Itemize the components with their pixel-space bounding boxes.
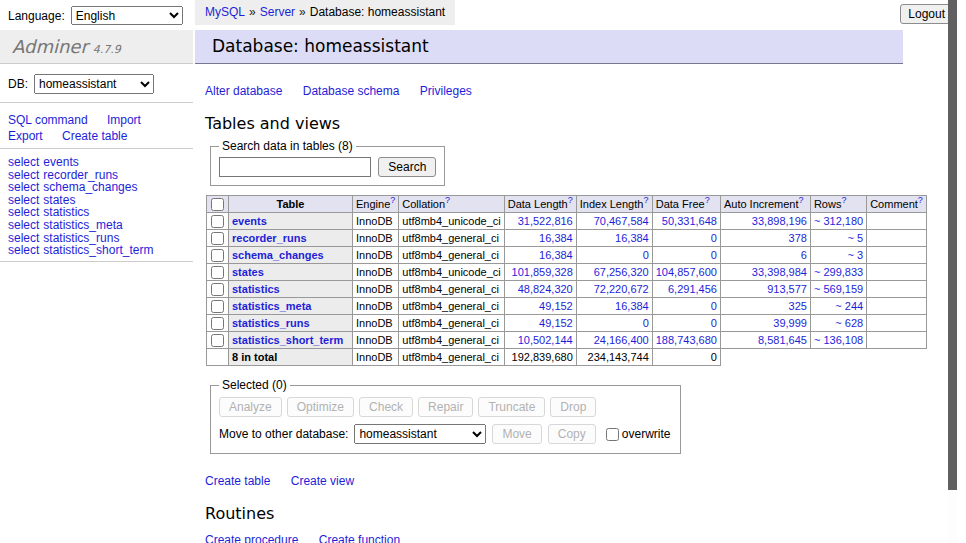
sidebar-table-name-link[interactable]: statistics_short_term <box>43 243 153 257</box>
breadcrumb-server-link[interactable]: Server <box>260 5 295 19</box>
data-length-link[interactable]: 101,859,328 <box>512 266 573 278</box>
drop-button[interactable]: Drop <box>550 397 596 417</box>
data-length-link[interactable]: 16,384 <box>539 232 573 244</box>
logout-button[interactable]: Logout <box>900 4 953 24</box>
rows-link[interactable]: ~ 136,108 <box>814 334 863 346</box>
optimize-button[interactable]: Optimize <box>287 397 354 417</box>
row-checkbox[interactable] <box>211 215 224 228</box>
data-free-link[interactable]: 0 <box>711 317 717 329</box>
table-name-link[interactable]: statistics_short_term <box>232 334 343 346</box>
rows-link[interactable]: ~ 244 <box>835 300 863 312</box>
index-length-link[interactable]: 67,256,320 <box>594 266 649 278</box>
search-button[interactable]: Search <box>378 157 436 177</box>
select-all-checkbox[interactable] <box>211 198 224 211</box>
truncate-button[interactable]: Truncate <box>478 397 545 417</box>
auto-increment-link[interactable]: 913,577 <box>767 283 807 295</box>
data-free-link[interactable]: 0 <box>711 232 717 244</box>
auto-increment-link[interactable]: 325 <box>789 300 807 312</box>
table-name-link[interactable]: events <box>232 215 267 227</box>
breadcrumb-mysql-link[interactable]: MySQL <box>205 5 245 19</box>
data-free-link[interactable]: 0 <box>711 300 717 312</box>
rows-link[interactable]: ~ 299,833 <box>814 266 863 278</box>
analyze-button[interactable]: Analyze <box>219 397 282 417</box>
help-icon[interactable]: ? <box>390 196 395 206</box>
auto-increment-link[interactable]: 378 <box>789 232 807 244</box>
export-link[interactable]: Export <box>8 129 43 143</box>
rows-link[interactable]: ~ 5 <box>848 232 864 244</box>
row-checkbox[interactable] <box>211 300 224 313</box>
help-icon[interactable]: ? <box>445 196 450 206</box>
rows-link[interactable]: ~ 628 <box>835 317 863 329</box>
row-checkbox[interactable] <box>211 266 224 279</box>
create-table-link[interactable]: Create table <box>205 474 270 488</box>
table-name-link[interactable]: statistics <box>232 283 280 295</box>
rows-link[interactable]: ~ 312,180 <box>814 215 863 227</box>
check-button[interactable]: Check <box>359 397 413 417</box>
index-length-link[interactable]: 0 <box>643 317 649 329</box>
help-icon[interactable]: ? <box>918 196 923 206</box>
row-select-cell <box>207 298 229 315</box>
select-table-link[interactable]: select <box>8 155 39 169</box>
select-table-link[interactable]: select <box>8 218 39 232</box>
create-table-link-sidebar[interactable]: Create table <box>62 129 127 143</box>
help-icon[interactable]: ? <box>568 196 573 206</box>
row-checkbox[interactable] <box>211 283 224 296</box>
auto-increment-link[interactable]: 8,581,645 <box>758 334 807 346</box>
table-name-link[interactable]: statistics_runs <box>232 317 310 329</box>
alter-database-link[interactable]: Alter database <box>205 84 282 98</box>
db-select[interactable]: homeassistant <box>34 74 154 94</box>
auto-increment-link[interactable]: 39,999 <box>773 317 807 329</box>
language-select[interactable]: English <box>71 6 183 25</box>
data-free-link[interactable]: 188,743,680 <box>656 334 717 346</box>
database-schema-link[interactable]: Database schema <box>303 84 400 98</box>
rows-link[interactable]: ~ 3 <box>848 249 864 261</box>
privileges-link[interactable]: Privileges <box>420 84 472 98</box>
select-table-link[interactable]: select <box>8 243 39 257</box>
data-length-link[interactable]: 16,384 <box>539 249 573 261</box>
auto-increment-link[interactable]: 6 <box>801 249 807 261</box>
overwrite-checkbox[interactable] <box>606 428 619 441</box>
help-icon[interactable]: ? <box>841 196 846 206</box>
scrollbar-thumb[interactable] <box>948 0 957 490</box>
data-length-link[interactable]: 10,502,144 <box>518 334 573 346</box>
search-input[interactable] <box>219 157 371 177</box>
index-length-link[interactable]: 16,384 <box>615 232 649 244</box>
data-free-link[interactable]: 50,331,648 <box>662 215 717 227</box>
create-procedure-link[interactable]: Create procedure <box>205 533 298 543</box>
table-name-link[interactable]: recorder_runs <box>232 232 307 244</box>
index-length-link[interactable]: 16,384 <box>615 300 649 312</box>
table-name-link[interactable]: schema_changes <box>232 249 324 261</box>
move-button[interactable]: Move <box>492 424 541 444</box>
data-length-link[interactable]: 48,824,320 <box>518 283 573 295</box>
repair-button[interactable]: Repair <box>418 397 473 417</box>
import-link[interactable]: Import <box>107 113 141 127</box>
data-free-link[interactable]: 104,857,600 <box>656 266 717 278</box>
data-free-link[interactable]: 0 <box>711 249 717 261</box>
index-length-link[interactable]: 70,467,584 <box>594 215 649 227</box>
help-icon[interactable]: ? <box>799 196 804 206</box>
data-free-link[interactable]: 6,291,456 <box>668 283 717 295</box>
sql-command-link[interactable]: SQL command <box>8 113 88 127</box>
rows-link[interactable]: ~ 569,159 <box>814 283 863 295</box>
table-name-link[interactable]: statistics_meta <box>232 300 312 312</box>
row-checkbox[interactable] <box>211 249 224 262</box>
index-length-link[interactable]: 24,166,400 <box>594 334 649 346</box>
help-icon[interactable]: ? <box>643 196 648 206</box>
create-function-link[interactable]: Create function <box>319 533 400 543</box>
help-icon[interactable]: ? <box>705 196 710 206</box>
copy-button[interactable]: Copy <box>548 424 596 444</box>
data-length-link[interactable]: 49,152 <box>539 300 573 312</box>
create-view-link[interactable]: Create view <box>291 474 354 488</box>
table-name-link[interactable]: states <box>232 266 264 278</box>
data-length-link[interactable]: 31,522,816 <box>518 215 573 227</box>
index-length-link[interactable]: 0 <box>643 249 649 261</box>
vertical-scrollbar[interactable] <box>948 0 957 543</box>
row-checkbox[interactable] <box>211 232 224 245</box>
auto-increment-link[interactable]: 33,398,984 <box>752 266 807 278</box>
row-checkbox[interactable] <box>211 334 224 347</box>
row-checkbox[interactable] <box>211 317 224 330</box>
index-length-link[interactable]: 72,220,672 <box>594 283 649 295</box>
data-length-link[interactable]: 49,152 <box>539 317 573 329</box>
auto-increment-link[interactable]: 33,898,196 <box>752 215 807 227</box>
move-database-select[interactable]: homeassistant <box>354 424 486 444</box>
